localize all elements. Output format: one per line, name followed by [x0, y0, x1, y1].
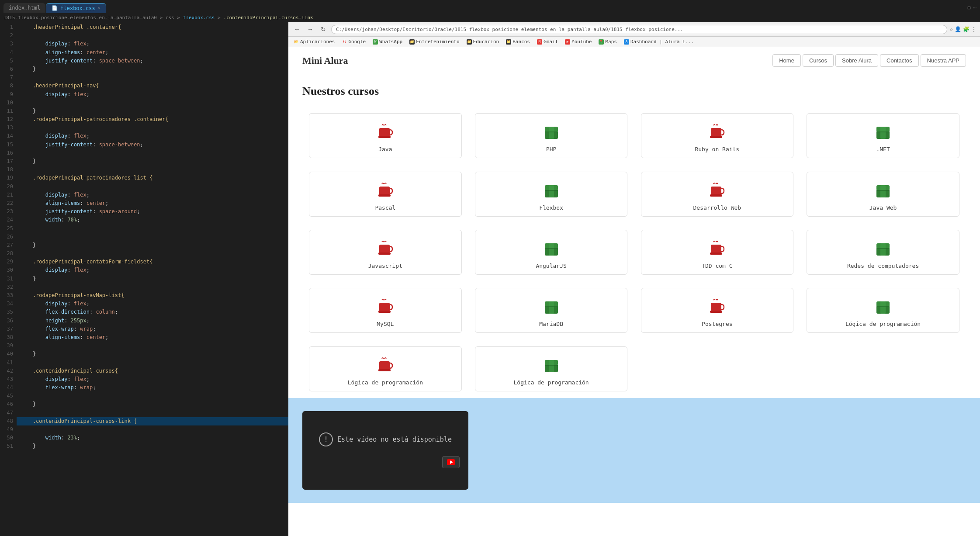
- split-icon[interactable]: ⊟: [968, 5, 971, 11]
- svg-rect-16: [549, 185, 554, 197]
- course-card-php[interactable]: PHP: [475, 113, 627, 158]
- course-icon-cup: [375, 180, 396, 201]
- forward-button[interactable]: →: [305, 24, 315, 35]
- course-icon-cup: [375, 121, 396, 142]
- tab-bar: index.html 📄 flexbox.css ✕ ⊟ ⋯: [0, 0, 980, 14]
- bookmark-label: Google: [348, 39, 366, 45]
- code-line: }: [17, 350, 288, 358]
- code-line: justify-content: space-around;: [17, 207, 288, 216]
- course-card-pascal[interactable]: Pascal: [309, 172, 461, 217]
- code-line: .rodapePrincipal-patrocinadores-list {: [17, 174, 288, 182]
- more-menu-icon[interactable]: ⋮: [971, 26, 977, 32]
- code-line: width: 23%;: [17, 434, 288, 442]
- tab-flexbox[interactable]: 📄 flexbox.css ✕: [46, 3, 106, 13]
- code-line: display: flex;: [17, 40, 288, 48]
- more-icon[interactable]: ⋯: [973, 5, 977, 11]
- breadcrumb: 1815-flexbox-posicione-elementos-en-la-p…: [0, 14, 980, 22]
- bookmark-label: WhatsApp: [379, 39, 402, 45]
- course-card-javaweb[interactable]: Java Web: [807, 172, 959, 217]
- bookmark-gmail[interactable]: M Gmail: [535, 38, 560, 45]
- svg-rect-36: [379, 303, 390, 311]
- code-editor[interactable]: .headerPrincipal .container{ display: fl…: [17, 22, 288, 536]
- bookmark-bancos[interactable]: 📁 Bancos: [504, 38, 532, 45]
- course-card-mysql[interactable]: MySQL: [309, 288, 461, 333]
- course-icon-cup: [706, 121, 727, 142]
- profile-icon[interactable]: 👤: [955, 26, 961, 32]
- nav-sobre[interactable]: Sobre Alura: [835, 54, 878, 67]
- svg-rect-22: [880, 185, 886, 197]
- tab-close-icon[interactable]: ✕: [98, 6, 100, 10]
- course-name: Java: [378, 146, 392, 152]
- code-line: [17, 359, 288, 367]
- unavailable-text: Este vídeo no está disponible: [337, 436, 452, 443]
- course-card-logica1[interactable]: Lógica de programación: [807, 288, 959, 333]
- course-card-logica3[interactable]: Lógica de programación: [475, 346, 627, 391]
- svg-rect-0: [379, 128, 390, 137]
- course-card-java[interactable]: Java: [309, 113, 461, 158]
- course-icon-cup: [375, 238, 396, 259]
- bookmark-icon: A: [624, 39, 629, 45]
- bookmark-label: Educacion: [473, 39, 499, 45]
- course-card-postgres[interactable]: Postegres: [641, 288, 793, 333]
- bookmark-maps[interactable]: 📍 Maps: [597, 38, 619, 45]
- code-line: [17, 225, 288, 233]
- back-button[interactable]: ←: [292, 24, 302, 35]
- course-card-mariadb[interactable]: MariaDB: [475, 288, 627, 333]
- bookmark-star-icon[interactable]: ☆: [950, 26, 953, 32]
- course-icon-cup: [375, 296, 396, 317]
- bookmark-educacion[interactable]: 📁 Educacion: [465, 38, 501, 45]
- code-line: display: flex;: [17, 375, 288, 384]
- course-card-net[interactable]: .NET: [807, 113, 959, 158]
- code-line: flex-direction: column;: [17, 308, 288, 316]
- line-numbers: 1234567891011121314151617181920212223242…: [0, 22, 17, 536]
- code-line: width: 70%;: [17, 216, 288, 224]
- svg-rect-7: [710, 136, 722, 138]
- code-line: flex-wrap: wrap;: [17, 384, 288, 392]
- course-card-angular[interactable]: AngularJS: [475, 230, 627, 275]
- nav-home[interactable]: Home: [772, 54, 801, 67]
- course-card-logica2[interactable]: Lógica de programación: [309, 346, 461, 391]
- nav-cursos[interactable]: Cursos: [803, 54, 834, 67]
- site-nav: Home Cursos Sobre Alura Contactos Nuestr…: [772, 54, 966, 67]
- svg-rect-18: [711, 187, 721, 195]
- course-name: MySQL: [377, 321, 394, 327]
- bookmark-aplicaciones[interactable]: 📂 Aplicaciones: [292, 38, 336, 45]
- youtube-button[interactable]: [442, 456, 460, 468]
- code-line: display: flex;: [17, 300, 288, 308]
- extension-icon[interactable]: 🧩: [963, 26, 970, 32]
- course-card-js[interactable]: Javascript: [309, 230, 461, 275]
- bookmark-whatsapp[interactable]: W WhatsApp: [371, 38, 404, 45]
- bookmark-google[interactable]: G Google: [340, 38, 367, 45]
- url-bar[interactable]: C:/Users/johan/Desktop/Escritorio/Oracle…: [331, 25, 947, 34]
- code-line: align-items: center;: [17, 199, 288, 207]
- tab-flexbox-label: flexbox.css: [60, 5, 95, 11]
- tab-index[interactable]: index.html: [3, 3, 45, 13]
- svg-rect-49: [378, 369, 391, 371]
- site-header: Mini Alura Home Cursos Sobre Alura Conta…: [288, 47, 980, 74]
- course-name: MariaDB: [539, 321, 563, 327]
- code-line: [17, 249, 288, 258]
- course-card-tdd[interactable]: TDD com C: [641, 230, 793, 275]
- course-name: AngularJS: [536, 263, 566, 269]
- bookmark-dashboard[interactable]: A Dashboard | Alura L...: [622, 38, 696, 45]
- course-card-desaweb[interactable]: Desarrollo Web: [641, 172, 793, 217]
- code-line: [17, 283, 288, 291]
- code-line-highlighted: .contenidoPrincipal-cursos-link {: [17, 417, 288, 425]
- code-line: }: [17, 400, 288, 408]
- svg-rect-1: [378, 136, 391, 138]
- nav-contactos[interactable]: Contactos: [880, 54, 919, 67]
- bookmark-label: Aplicaciones: [300, 39, 335, 45]
- course-name: Lógica de programación: [348, 379, 423, 386]
- course-card-redes[interactable]: Redes de computadores: [807, 230, 959, 275]
- reload-button[interactable]: ↻: [318, 24, 329, 35]
- browser-actions: ☆ 👤 🧩 ⋮: [950, 26, 977, 32]
- bookmark-youtube[interactable]: ▶ YouTube: [563, 38, 593, 45]
- course-card-flexbox[interactable]: Flexbox: [475, 172, 627, 217]
- course-card-ruby[interactable]: Ruby on Rails: [641, 113, 793, 158]
- editor-actions: ⊟ ⋯: [968, 5, 977, 11]
- nav-app[interactable]: Nuestra APP: [921, 54, 966, 67]
- svg-rect-48: [379, 361, 390, 370]
- courses-grid: Java PHP: [302, 107, 966, 398]
- bookmark-label: YouTube: [571, 39, 592, 45]
- bookmark-entretenimiento[interactable]: 📁 Entretenimiento: [408, 38, 461, 45]
